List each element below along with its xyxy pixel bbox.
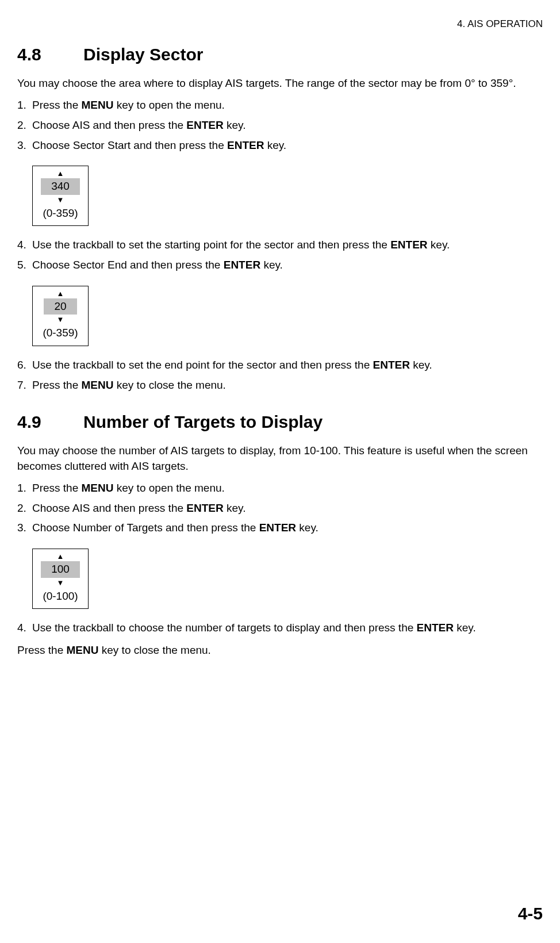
closing-text: Press the MENU key to close the menu. <box>17 643 543 658</box>
section-number-49: 4.9 <box>17 410 83 434</box>
step-2: Choose AIS and then press the ENTER key. <box>17 501 543 516</box>
section-title-48: Display Sector <box>83 45 203 64</box>
section-48-intro: You may choose the area where to display… <box>17 76 543 91</box>
section-4-8-heading: 4.8Display Sector <box>17 43 543 67</box>
step-2: Choose AIS and then press the ENTER key. <box>17 118 543 133</box>
triangle-down-icon: ▼ <box>40 196 81 204</box>
section-49-list-first: Press the MENU key to open the menu. Cho… <box>17 481 543 536</box>
enter-key: ENTER <box>390 239 427 251</box>
enter-key: ENTER <box>417 622 454 634</box>
section-49-intro: You may choose the number of AIS targets… <box>17 443 543 474</box>
triangle-down-icon: ▼ <box>40 316 81 323</box>
step-4: Use the trackball to choose the number o… <box>17 620 543 636</box>
step-6: Use the trackball to set the end point f… <box>17 358 543 373</box>
sector-start-input: ▲ 340 ▼ (0-359) <box>32 166 89 226</box>
sector-end-value: 20 <box>44 298 76 315</box>
step-5: Choose Sector End and then press the ENT… <box>17 258 543 273</box>
enter-key: ENTER <box>186 502 223 514</box>
section-48-list-third: Use the trackball to set the end point f… <box>17 358 543 393</box>
sector-end-input: ▲ 20 ▼ (0-359) <box>32 286 89 346</box>
triangle-down-icon: ▼ <box>40 579 81 586</box>
num-targets-range: (0-100) <box>40 589 81 604</box>
step-3: Choose Sector Start and then press the E… <box>17 138 543 154</box>
sector-end-range: (0-359) <box>40 325 81 341</box>
enter-key: ENTER <box>186 119 223 131</box>
triangle-up-icon: ▲ <box>40 553 81 560</box>
enter-key: ENTER <box>224 259 260 271</box>
step-1: Press the MENU key to open the menu. <box>17 98 543 113</box>
menu-key: MENU <box>82 482 114 494</box>
step-7: Press the MENU key to close the menu. <box>17 378 543 393</box>
step-3: Choose Number of Targets and then press … <box>17 520 543 536</box>
triangle-up-icon: ▲ <box>40 290 81 297</box>
enter-key: ENTER <box>373 359 410 371</box>
menu-key: MENU <box>82 379 114 391</box>
step-4: Use the trackball to set the starting po… <box>17 237 543 253</box>
menu-key: MENU <box>67 644 99 656</box>
enter-key: ENTER <box>259 522 296 534</box>
triangle-up-icon: ▲ <box>40 170 81 177</box>
sector-start-range: (0-359) <box>40 206 81 221</box>
section-4-9-heading: 4.9Number of Targets to Display <box>17 410 543 434</box>
enter-key: ENTER <box>227 139 264 151</box>
section-title-49: Number of Targets to Display <box>83 412 323 431</box>
sector-start-value: 340 <box>41 178 80 195</box>
section-number-48: 4.8 <box>17 43 83 67</box>
header-chapter: 4. AIS OPERATION <box>17 17 543 31</box>
num-targets-value: 100 <box>41 561 80 578</box>
step-1: Press the MENU key to open the menu. <box>17 481 543 496</box>
section-48-list-first: Press the MENU key to open the menu. Cho… <box>17 98 543 153</box>
num-targets-input: ▲ 100 ▼ (0-100) <box>32 549 89 609</box>
section-49-list-second: Use the trackball to choose the number o… <box>17 620 543 636</box>
section-48-list-second: Use the trackball to set the starting po… <box>17 237 543 273</box>
menu-key: MENU <box>82 99 114 111</box>
